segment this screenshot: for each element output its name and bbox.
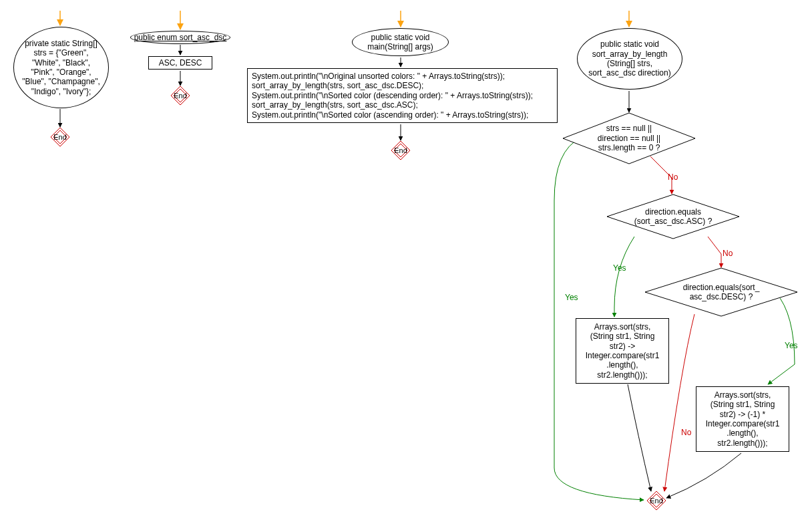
node-sort-asc-body: Arrays.sort(strs, (String str1, String s… (576, 318, 669, 384)
node-main-decl-text: public static void main(String[] args) (367, 33, 433, 52)
decision-null: strs == null || direction == null || str… (562, 112, 696, 164)
decision-asc: direction.equals (sort_asc_dsc.ASC) ? (606, 194, 740, 239)
flowchart-canvas: private static String[] strs = {"Green",… (0, 0, 812, 516)
node-sort-asc-body-text: Arrays.sort(strs, (String str1, String s… (586, 322, 660, 380)
end-label: End (391, 140, 411, 160)
node-strs-decl: private static String[] strs = {"Green",… (13, 27, 109, 108)
decision-asc-text: direction.equals (sort_asc_dsc.ASC) ? (634, 207, 713, 227)
node-main-body-text: System.out.println("\nOriginal unsorted … (252, 72, 533, 120)
end-label: End (646, 491, 666, 511)
label-no-2: No (723, 249, 733, 258)
node-main-body: System.out.println("\nOriginal unsorted … (247, 68, 558, 123)
end-node-1: End (50, 127, 70, 147)
end-node-3: End (391, 140, 411, 160)
node-main-decl: public static void main(String[] args) (352, 28, 449, 56)
node-asc-desc: ASC, DESC (148, 56, 212, 70)
node-sort-decl: public static void sort_array_by_length … (577, 28, 682, 90)
label-no-3: No (681, 428, 691, 437)
decision-desc: direction.equals(sort_ asc_dsc.DESC) ? (644, 267, 798, 317)
end-label: End (170, 86, 190, 106)
node-sort-desc-body-text: Arrays.sort(strs, (String str1, String s… (706, 390, 780, 448)
node-asc-desc-text: ASC, DESC (159, 58, 202, 68)
node-sort-decl-text: public static void sort_array_by_length … (588, 39, 670, 78)
node-sort-desc-body: Arrays.sort(strs, (String str1, String s… (696, 386, 789, 452)
label-yes-2: Yes (613, 263, 626, 273)
label-yes-1: Yes (565, 293, 578, 302)
label-no-1: No (668, 172, 678, 182)
label-yes-3: Yes (785, 341, 798, 350)
end-node-4: End (646, 491, 666, 511)
node-strs-decl-text: private static String[] strs = {"Green",… (22, 39, 99, 96)
end-label: End (50, 127, 70, 147)
node-enum-decl-text: public enum sort_asc_dsc (134, 33, 227, 42)
decision-null-text: strs == null || direction == null || str… (598, 124, 660, 152)
node-enum-decl: public enum sort_asc_dsc (130, 31, 230, 44)
decision-desc-text: direction.equals(sort_ asc_dsc.DESC) ? (683, 283, 760, 302)
end-node-2: End (170, 86, 190, 106)
